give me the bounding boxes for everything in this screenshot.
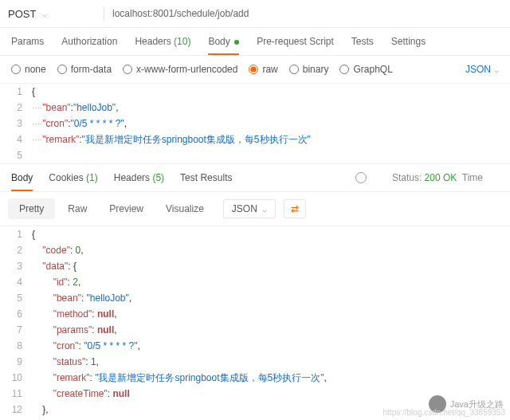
view-raw[interactable]: Raw bbox=[58, 198, 96, 219]
tab-tests[interactable]: Tests bbox=[351, 36, 374, 47]
view-preview[interactable]: Preview bbox=[100, 198, 153, 219]
request-tabs: Params Authorization Headers (10) Body P… bbox=[0, 28, 510, 56]
radio-graphql[interactable]: GraphQL bbox=[339, 64, 392, 75]
radio-none[interactable]: none bbox=[11, 64, 46, 75]
response-view-tabs: Pretty Raw Preview Visualize JSON ⌵ ⇄ bbox=[0, 192, 510, 226]
response-body-viewer[interactable]: 1{ 2 "code": 0, 3 "data": { 4 "id": 2, 5… bbox=[0, 226, 510, 418]
resp-tab-test-results[interactable]: Test Results bbox=[180, 172, 232, 183]
resp-tab-headers[interactable]: Headers (5) bbox=[114, 172, 164, 183]
sub-watermark: https://blog.csdn.net/qq_33859353 bbox=[383, 408, 505, 417]
active-dot bbox=[234, 40, 239, 45]
tab-settings[interactable]: Settings bbox=[391, 36, 426, 47]
view-pretty[interactable]: Pretty bbox=[8, 198, 55, 219]
tab-body[interactable]: Body bbox=[208, 36, 239, 47]
chevron-down-icon: ⌵ bbox=[494, 65, 499, 74]
chevron-down-icon: ⌵ bbox=[42, 10, 47, 18]
http-method-select[interactable]: POST ⌵ bbox=[8, 8, 96, 20]
wrap-lines-button[interactable]: ⇄ bbox=[284, 199, 306, 218]
view-visualize[interactable]: Visualize bbox=[156, 198, 214, 219]
body-format-select[interactable]: JSON⌵ bbox=[465, 64, 499, 75]
resp-tab-body[interactable]: Body bbox=[11, 172, 33, 183]
radio-form-data[interactable]: form-data bbox=[57, 64, 112, 75]
headers-count: (10) bbox=[174, 36, 190, 47]
radio-binary[interactable]: binary bbox=[289, 64, 329, 75]
body-type-radios: none form-data x-www-form-urlencoded raw… bbox=[0, 56, 510, 84]
radio-x-www-form-urlencoded[interactable]: x-www-form-urlencoded bbox=[123, 64, 237, 75]
url-input[interactable]: localhost:8001/schedule/job/add bbox=[112, 8, 502, 19]
divider bbox=[104, 6, 104, 21]
http-method-label: POST bbox=[8, 8, 36, 20]
tab-authorization[interactable]: Authorization bbox=[61, 36, 117, 47]
response-tabs: Body Cookies (1) Headers (5) Test Result… bbox=[0, 164, 510, 192]
tab-headers[interactable]: Headers (10) bbox=[135, 36, 190, 47]
chevron-down-icon: ⌵ bbox=[262, 205, 267, 214]
request-body-editor[interactable]: 1{ 2····"bean":"helloJob", 3····"cron":"… bbox=[0, 84, 510, 164]
status-info: Status: 200 OK Time bbox=[392, 172, 483, 183]
globe-icon[interactable] bbox=[355, 172, 367, 183]
tab-params[interactable]: Params bbox=[11, 36, 44, 47]
response-format-select[interactable]: JSON ⌵ bbox=[223, 199, 276, 218]
resp-tab-cookies[interactable]: Cookies (1) bbox=[49, 172, 97, 183]
tab-prerequest[interactable]: Pre-request Script bbox=[257, 36, 334, 47]
radio-raw[interactable]: raw bbox=[249, 64, 277, 75]
